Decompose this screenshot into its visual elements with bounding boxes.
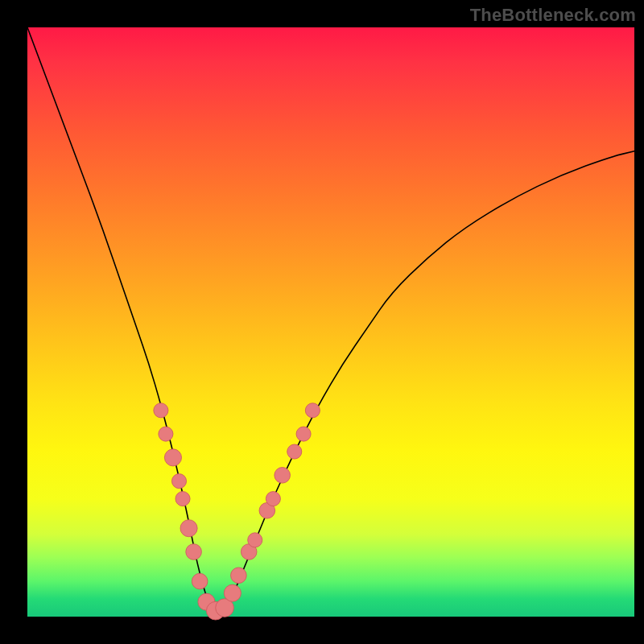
scatter-point xyxy=(171,474,186,489)
scatter-points xyxy=(154,403,320,620)
scatter-point xyxy=(159,427,173,441)
scatter-point xyxy=(275,468,291,484)
curve-layer xyxy=(27,27,634,617)
scatter-point xyxy=(231,568,247,584)
scatter-point xyxy=(180,520,197,537)
bottleneck-curve xyxy=(27,27,634,611)
scatter-point xyxy=(305,403,320,418)
scatter-point xyxy=(266,492,280,506)
plot-area xyxy=(27,27,634,617)
scatter-point xyxy=(224,584,241,601)
scatter-point xyxy=(287,444,302,459)
scatter-point xyxy=(164,449,181,466)
scatter-point xyxy=(154,403,168,418)
scatter-point xyxy=(296,427,311,441)
chart-stage: TheBottleneck.com xyxy=(0,0,644,644)
scatter-point xyxy=(175,492,190,506)
watermark-label: TheBottleneck.com xyxy=(470,5,636,26)
scatter-point xyxy=(186,544,202,560)
scatter-point xyxy=(248,533,262,547)
scatter-point xyxy=(192,573,208,589)
